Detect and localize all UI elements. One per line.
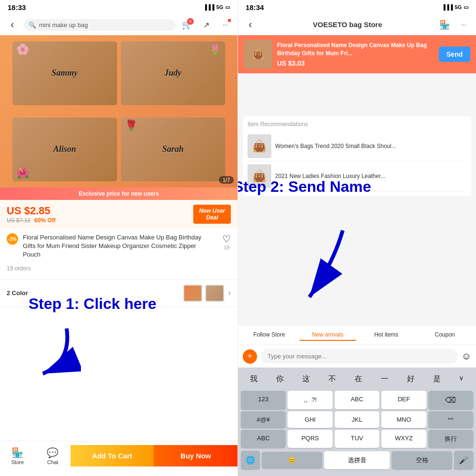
store-name: VOESETO bag Store xyxy=(262,20,433,29)
key-jkl[interactable]: JKL xyxy=(335,411,379,428)
back-button-right[interactable]: ‹ xyxy=(243,17,258,32)
quick-char-2[interactable]: 这 xyxy=(300,373,312,385)
store-nav-label: Store xyxy=(11,459,24,465)
quick-char-7[interactable]: 是 xyxy=(431,373,443,385)
globe-key[interactable]: 🌐 xyxy=(241,451,260,469)
quick-char-5[interactable]: 一 xyxy=(379,373,390,385)
plus-icon: + xyxy=(248,351,253,361)
step2-arrow xyxy=(295,226,362,304)
tab-follow-store[interactable]: Follow Store xyxy=(241,329,298,341)
space-key-label: 选拼音 xyxy=(348,456,367,464)
search-icon-left: 🔍 xyxy=(29,21,36,29)
chat-nav-item[interactable]: 💬 Chat xyxy=(35,447,70,465)
key-def-label: DEF xyxy=(397,396,410,403)
step1-text: Step 1: Click here xyxy=(29,295,157,312)
store-nav-item[interactable]: 🏪 Store xyxy=(0,447,35,465)
banner-title: Floral Personalised Name Design Canvas M… xyxy=(277,41,434,58)
key-emoji-2[interactable]: 😊 xyxy=(262,452,322,468)
keyboard: 我 你 这 不 在 一 好 是 ∨ 123 ,。?! ABC DEF ⌫ #@¥… xyxy=(238,367,476,476)
time-right: 18:34 xyxy=(246,3,264,11)
swatch-orange[interactable] xyxy=(183,285,202,302)
heart-icon[interactable]: ♡ xyxy=(222,233,231,245)
key-tuv[interactable]: TUV xyxy=(335,430,379,448)
status-icons-left: ▐▐▐ 5G ▭ xyxy=(203,4,230,10)
emoji-button[interactable]: ☺ xyxy=(462,351,471,362)
share-button[interactable]: ↗ xyxy=(198,17,214,32)
chat-nav-label: Chat xyxy=(47,459,58,465)
key-def[interactable]: DEF xyxy=(381,391,426,409)
more-icon-left: ··· xyxy=(223,21,228,28)
more-button-right[interactable]: ··· xyxy=(456,17,471,32)
status-bar-right: 18:34 ▐▐▐ 5G ▭ xyxy=(238,0,476,14)
product-info: -2% Floral Personalised Name Design Canv… xyxy=(0,228,238,280)
key-abc-1-label: ABC xyxy=(351,396,364,403)
image-counter: 1/7 xyxy=(219,176,234,184)
space-key[interactable]: 选拼音 xyxy=(324,451,390,469)
send-button[interactable]: Send xyxy=(439,47,470,62)
delete-icon: ⌫ xyxy=(445,396,456,404)
tab-coupon[interactable]: Coupon xyxy=(416,329,473,341)
plus-button[interactable]: + xyxy=(243,349,257,364)
key-newline-label: 换行 xyxy=(445,435,457,442)
cart-button[interactable]: 🛒 6 xyxy=(179,17,195,32)
key-abc-2[interactable]: ABC xyxy=(241,430,286,448)
quick-char-4[interactable]: 在 xyxy=(353,373,364,385)
chat-nav-icon: 💬 xyxy=(47,447,59,458)
chevron-down-icon[interactable]: ∨ xyxy=(457,373,466,385)
key-pqrs[interactable]: PQRS xyxy=(288,430,332,448)
key-wxyz-label: WXYZ xyxy=(395,435,413,442)
key-punctuation[interactable]: ,。?! xyxy=(288,391,332,409)
product-title: Floral Personalised Name Design Canvas M… xyxy=(23,233,231,259)
flower-icon-3: 🌺 xyxy=(16,167,29,179)
message-input-row: + ☺ xyxy=(238,345,476,367)
key-mno[interactable]: MNO xyxy=(381,411,426,428)
key-123-label: 123 xyxy=(258,396,268,403)
key-special[interactable]: #@¥ xyxy=(241,411,286,428)
buy-now-button[interactable]: Buy Now xyxy=(154,445,238,466)
swatch-tan[interactable] xyxy=(205,285,224,302)
store-icon-btn[interactable]: 🏪 xyxy=(437,17,452,32)
quick-char-0[interactable]: 我 xyxy=(248,373,259,385)
chat-area: Step 2: Send Name Item Recommendations 👜… xyxy=(238,73,476,325)
share-icon: ↗ xyxy=(203,20,209,30)
back-button-left[interactable]: ‹ xyxy=(5,17,20,32)
key-123[interactable]: 123 xyxy=(241,391,286,409)
time-left: 18:33 xyxy=(8,3,26,11)
bag-sarah: 🌹 Sarah xyxy=(121,118,226,181)
more-button-left[interactable]: ··· xyxy=(218,17,233,32)
key-caret[interactable]: ^^ xyxy=(428,411,473,428)
tab-hot-items[interactable]: Hot items xyxy=(358,329,415,341)
tab-coupon-label: Coupon xyxy=(435,331,455,338)
top-bar-right: ‹ VOESETO bag Store 🏪 ··· xyxy=(238,14,476,35)
key-wxyz[interactable]: WXYZ xyxy=(381,430,426,448)
message-input[interactable] xyxy=(261,349,458,364)
mic-key[interactable]: 🎤 xyxy=(454,451,473,469)
orders-count: 19 orders xyxy=(7,265,231,272)
bag-alison: 🌺 Alison xyxy=(12,118,117,181)
quick-char-6[interactable]: 好 xyxy=(405,373,416,385)
keyboard-row-1: 123 ,。?! ABC DEF ⌫ xyxy=(239,390,475,410)
key-abc-2-label: ABC xyxy=(257,435,270,442)
key-tuv-label: TUV xyxy=(351,435,363,442)
key-abc-1[interactable]: ABC xyxy=(335,391,379,409)
quick-char-1[interactable]: 你 xyxy=(274,373,286,385)
add-to-cart-button[interactable]: Add To Cart xyxy=(70,445,154,466)
key-newline[interactable]: 换行 xyxy=(428,430,473,448)
store-icon: 🏪 xyxy=(439,20,450,30)
search-box-left[interactable]: 🔍 mini make up bag xyxy=(24,19,176,31)
key-ghi[interactable]: GHI xyxy=(288,411,332,428)
key-kongjian[interactable]: 空格 xyxy=(392,451,452,469)
tab-new-arrivals[interactable]: New arrivals xyxy=(299,329,356,341)
step2-text: Step 2: Send Name xyxy=(238,178,371,195)
back-arrow-icon-right: ‹ xyxy=(248,19,252,31)
key-emoji-2-label: 😊 xyxy=(288,456,296,464)
globe-icon: 🌐 xyxy=(246,456,255,464)
chevron-right-icon-color: › xyxy=(228,288,231,298)
rec-item-1[interactable]: 👜 Women's Bags Trend 2020 Small Black Sh… xyxy=(248,131,466,161)
delete-key[interactable]: ⌫ xyxy=(428,391,473,409)
flower-icon-4: 🌹 xyxy=(125,119,138,132)
key-mno-label: MNO xyxy=(397,416,411,423)
quick-char-3[interactable]: 不 xyxy=(327,373,338,385)
bag-name-alison: Alison xyxy=(53,144,76,154)
discount-badge: -2% xyxy=(7,233,18,245)
